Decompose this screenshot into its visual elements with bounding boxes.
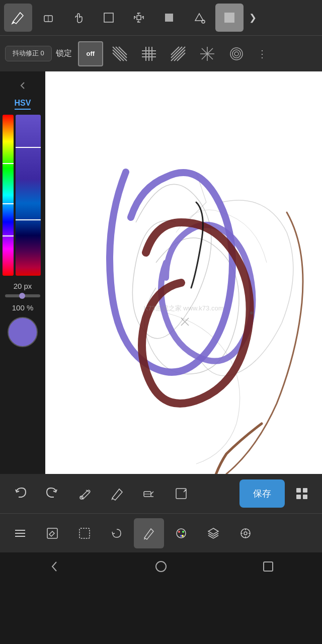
svg-rect-38 — [303, 488, 307, 493]
fill-rect-tool[interactable] — [155, 4, 183, 32]
svg-point-57 — [156, 561, 166, 572]
svg-line-8 — [113, 50, 124, 61]
pattern-diagonal1-btn[interactable] — [107, 41, 132, 66]
brush-size-thumb — [19, 293, 25, 299]
brush-size-label: 20 px — [14, 282, 32, 290]
svg-rect-2 — [137, 16, 141, 20]
svg-rect-44 — [47, 528, 57, 538]
palette-btn[interactable] — [166, 518, 196, 548]
svg-point-27 — [232, 50, 240, 58]
lock-label: 锁定 — [56, 48, 72, 59]
nav-recent-btn[interactable] — [251, 554, 286, 579]
pattern-circle-btn[interactable] — [224, 41, 249, 66]
left-panel: HSV 20 px 100 % — [0, 71, 45, 474]
svg-line-17 — [171, 47, 185, 61]
saturation-value-slider[interactable] — [16, 115, 41, 276]
top-toolbar: ❯ — [0, 0, 322, 35]
export-btn[interactable] — [166, 478, 196, 509]
svg-rect-3 — [165, 14, 173, 22]
svg-line-7 — [116, 47, 127, 58]
pen-active-btn[interactable] — [134, 518, 164, 548]
stabilizer-button[interactable]: 抖动修正 0 — [5, 46, 52, 61]
svg-point-29 — [250, 311, 253, 314]
collapse-panel-btn[interactable] — [13, 76, 33, 95]
canvas-area[interactable]: K73游戏之家 www.k73.com — [45, 71, 322, 474]
eraser-tool[interactable] — [34, 4, 62, 32]
settings-btn[interactable] — [230, 518, 261, 548]
svg-rect-1 — [104, 13, 113, 22]
redo-btn[interactable] — [37, 478, 67, 509]
stabilizer-bar: 抖动修正 0 锁定 off ⋮ — [0, 35, 322, 71]
apps-grid-btn[interactable] — [287, 478, 317, 509]
svg-rect-37 — [296, 488, 301, 493]
pattern-off-btn[interactable]: off — [78, 41, 103, 66]
hsv-mode-btn[interactable]: HSV — [15, 99, 31, 110]
svg-line-6 — [113, 47, 127, 61]
svg-point-28 — [234, 52, 238, 56]
nav-home-btn[interactable] — [143, 554, 179, 579]
pencil-tool[interactable] — [4, 4, 32, 32]
svg-point-47 — [178, 531, 180, 533]
pattern-diagonal2-btn[interactable] — [166, 41, 191, 66]
undo-btn[interactable] — [5, 478, 35, 509]
pattern-radial-btn[interactable] — [195, 41, 220, 66]
transform-tool[interactable] — [125, 4, 153, 32]
svg-point-52 — [244, 532, 247, 535]
eraser2-btn[interactable] — [134, 478, 164, 509]
nav-back-btn[interactable] — [36, 554, 71, 579]
color-box-tool[interactable] — [215, 4, 244, 32]
save-btn[interactable]: 保存 — [239, 479, 285, 508]
pen2-btn[interactable] — [102, 478, 132, 509]
expand-toolbar-btn[interactable]: ❯ — [246, 4, 260, 32]
svg-line-18 — [171, 47, 182, 58]
hue-slider[interactable] — [3, 115, 14, 276]
svg-rect-5 — [224, 13, 234, 23]
svg-line-19 — [174, 50, 185, 61]
svg-rect-58 — [264, 562, 273, 571]
color-pickers[interactable] — [3, 115, 43, 276]
pattern-grid-btn[interactable] — [136, 41, 162, 66]
svg-point-50 — [182, 535, 184, 537]
drawing-canvas[interactable] — [45, 71, 322, 474]
select-rect-tool[interactable] — [95, 4, 123, 32]
svg-point-48 — [182, 531, 184, 533]
bottom-toolbar2 — [0, 513, 322, 552]
svg-rect-40 — [303, 495, 307, 499]
brush-size-slider[interactable] — [5, 294, 40, 297]
svg-rect-39 — [296, 495, 301, 499]
color-preview[interactable] — [8, 317, 38, 347]
rotate-btn[interactable] — [102, 518, 132, 548]
opacity-label: 100 % — [12, 303, 34, 312]
layers-btn[interactable] — [198, 518, 228, 548]
main-area: HSV 20 px 100 % — [0, 71, 322, 474]
bottom-toolbar1: 保存 — [0, 474, 322, 513]
more-options-btn[interactable]: ⋮ — [253, 41, 271, 66]
menu-btn[interactable] — [5, 518, 35, 548]
eyedropper-btn[interactable] — [69, 478, 100, 509]
hand-tool[interactable] — [64, 4, 93, 32]
fill-bucket-tool[interactable] — [185, 4, 213, 32]
edit-btn[interactable] — [37, 518, 67, 548]
select-lasso-btn[interactable] — [69, 518, 100, 548]
svg-rect-45 — [79, 528, 90, 538]
nav-bar — [0, 552, 322, 581]
